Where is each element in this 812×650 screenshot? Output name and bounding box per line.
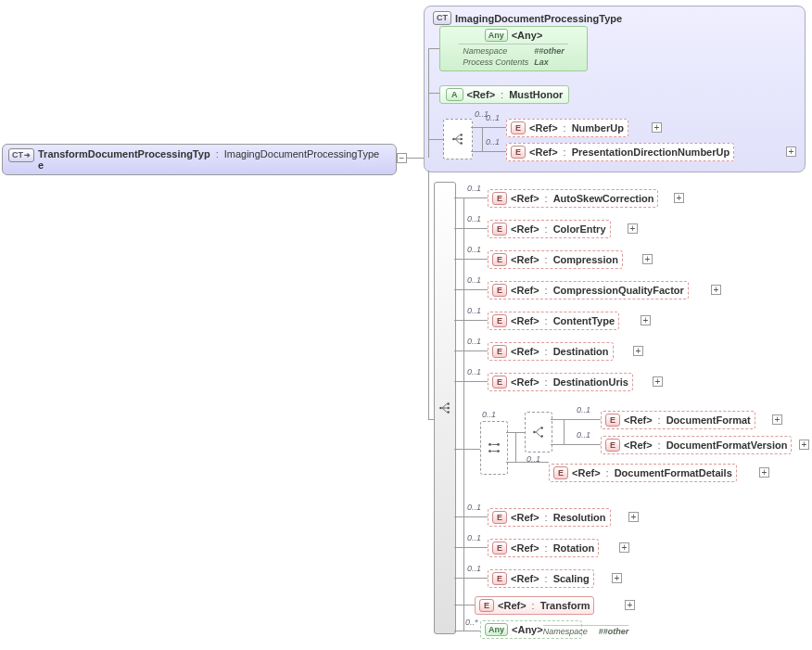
svg-point-0 bbox=[452, 138, 455, 141]
elem-scaling[interactable]: E<Ref>:Scaling bbox=[488, 569, 594, 588]
expand-icon[interactable]: + bbox=[612, 573, 622, 583]
connector-line bbox=[454, 198, 488, 198]
elem-name: DocumentFormat bbox=[666, 414, 751, 426]
expand-icon[interactable]: + bbox=[711, 285, 721, 295]
elem-presentationdirectionnumberup[interactable]: E <Ref> : PresentationDirectionNumberUp bbox=[506, 143, 734, 161]
sequence-indicator[interactable] bbox=[434, 182, 456, 634]
elem-name: Scaling bbox=[553, 573, 590, 584]
any-wildcard-1[interactable]: Any <Any> Namespace##other Process Conte… bbox=[439, 26, 588, 71]
svg-point-20 bbox=[533, 431, 536, 434]
svg-line-1 bbox=[455, 135, 460, 140]
ref-label: <Ref> bbox=[529, 147, 558, 158]
card: 0..1 bbox=[467, 367, 481, 376]
container-title: ImagingDocumentProcessingType bbox=[455, 13, 622, 24]
sequence-indicator[interactable] bbox=[443, 119, 473, 159]
card: 0..1 bbox=[467, 275, 481, 285]
sequence-icon bbox=[530, 424, 547, 440]
card: 0..1 bbox=[467, 564, 481, 573]
elem-rotation[interactable]: E<Ref>:Rotation bbox=[488, 539, 599, 557]
connector-line bbox=[551, 419, 601, 420]
a-badge-icon: A bbox=[446, 88, 463, 101]
expand-icon[interactable]: + bbox=[652, 122, 662, 133]
sequence-indicator[interactable] bbox=[525, 412, 552, 452]
expand-icon[interactable]: + bbox=[633, 346, 643, 356]
elem-compressionqualityfactor[interactable]: E<Ref>:CompressionQualityFactor bbox=[488, 281, 689, 300]
svg-point-24 bbox=[540, 435, 543, 438]
attribute-musthonor[interactable]: A <Ref> : MustHonor bbox=[439, 85, 569, 104]
elem-documentformat[interactable]: E<Ref>:DocumentFormat bbox=[601, 411, 755, 429]
expand-icon[interactable]: + bbox=[799, 440, 809, 450]
connector-line bbox=[454, 516, 488, 517]
root-complex-type[interactable]: CT➔ TransformDocumentProcessingTyp e : I… bbox=[2, 144, 397, 175]
elem-colorentry[interactable]: E<Ref>:ColorEntry bbox=[488, 220, 611, 238]
connector-line bbox=[482, 127, 483, 151]
pc-key: Process Contents bbox=[461, 57, 530, 67]
ref-label: <Ref> bbox=[529, 122, 558, 134]
elem-contenttype[interactable]: E<Ref>:ContentType bbox=[488, 312, 619, 330]
elem-documentformatdetails[interactable]: E<Ref>:DocumentFormatDetails bbox=[549, 464, 737, 482]
connector-line bbox=[471, 127, 506, 128]
connector-line bbox=[515, 432, 516, 462]
svg-point-7 bbox=[439, 407, 442, 410]
svg-point-6 bbox=[460, 142, 463, 145]
choice-indicator[interactable] bbox=[480, 421, 508, 475]
elem-destination[interactable]: E<Ref>:Destination bbox=[488, 342, 614, 361]
svg-point-13 bbox=[447, 411, 450, 414]
card-any2: 0..* bbox=[465, 618, 478, 627]
connector-line bbox=[454, 449, 480, 450]
expand-icon[interactable]: + bbox=[625, 600, 635, 610]
card: 0..1 bbox=[577, 405, 590, 414]
card: 0..1 bbox=[467, 214, 481, 223]
connector-line bbox=[454, 320, 488, 321]
ref-label: <Ref> bbox=[467, 89, 496, 100]
any-label: <Any> bbox=[512, 30, 543, 41]
e-badge-icon: E bbox=[511, 121, 526, 134]
elem-name: CompressionQualityFactor bbox=[553, 285, 684, 296]
expand-icon[interactable]: + bbox=[641, 315, 651, 325]
connector-line bbox=[463, 198, 464, 631]
any-wildcard-2[interactable]: Any <Any> Namespace##other bbox=[480, 620, 582, 639]
expand-icon[interactable]: + bbox=[628, 512, 639, 522]
svg-point-14 bbox=[488, 443, 491, 446]
expand-icon[interactable]: + bbox=[772, 414, 782, 425]
connector-line bbox=[454, 228, 488, 229]
connector-line bbox=[454, 605, 475, 605]
elem-transform[interactable]: E<Ref>:Transform bbox=[475, 596, 594, 615]
connector-line bbox=[454, 350, 488, 351]
expand-icon[interactable]: + bbox=[619, 542, 629, 553]
expand-icon[interactable]: + bbox=[642, 254, 653, 264]
elem-name: DestinationUris bbox=[553, 376, 628, 388]
elem-numberup[interactable]: E <Ref> : NumberUp bbox=[506, 119, 628, 137]
elem-name: Transform bbox=[540, 600, 590, 611]
svg-point-12 bbox=[447, 407, 450, 410]
connector-line bbox=[454, 289, 488, 290]
ns-key: Namespace bbox=[461, 46, 530, 56]
ct-badge-icon: CT➔ bbox=[8, 148, 34, 162]
root-type-name: TransformDocumentProcessingTyp e bbox=[38, 148, 210, 171]
elem-name: Rotation bbox=[553, 542, 595, 554]
connector-line bbox=[428, 93, 439, 94]
connector-line bbox=[428, 139, 443, 140]
card-numberup: 0..1 bbox=[486, 113, 500, 122]
expand-icon[interactable]: + bbox=[674, 193, 684, 203]
card: 0..1 bbox=[467, 184, 481, 193]
expand-icon[interactable]: + bbox=[653, 376, 663, 387]
elem-autoskewcorrection[interactable]: E<Ref>:AutoSkewCorrection bbox=[488, 189, 658, 208]
expand-icon[interactable]: − bbox=[397, 153, 407, 163]
card: 0..1 bbox=[467, 306, 481, 315]
elem-name: AutoSkewCorrection bbox=[553, 193, 654, 204]
elem-destinationuris[interactable]: E<Ref>:DestinationUris bbox=[488, 373, 633, 391]
elem-resolution[interactable]: E<Ref>:Resolution bbox=[488, 508, 611, 527]
card: 0..1 bbox=[577, 430, 590, 440]
expand-icon[interactable]: + bbox=[759, 467, 769, 478]
connector-line bbox=[454, 381, 488, 382]
svg-line-21 bbox=[536, 428, 540, 433]
elem-name: ContentType bbox=[553, 315, 615, 326]
e-badge-icon: E bbox=[511, 146, 526, 159]
e-badge-icon: E bbox=[492, 192, 507, 205]
elem-documentformatversion[interactable]: E<Ref>:DocumentFormatVersion bbox=[601, 436, 792, 454]
root-base-type: ImagingDocumentProcessingType bbox=[224, 148, 380, 159]
expand-icon[interactable]: + bbox=[628, 223, 638, 234]
elem-compression[interactable]: E<Ref>:Compression bbox=[488, 250, 623, 269]
expand-icon[interactable]: + bbox=[786, 147, 796, 157]
